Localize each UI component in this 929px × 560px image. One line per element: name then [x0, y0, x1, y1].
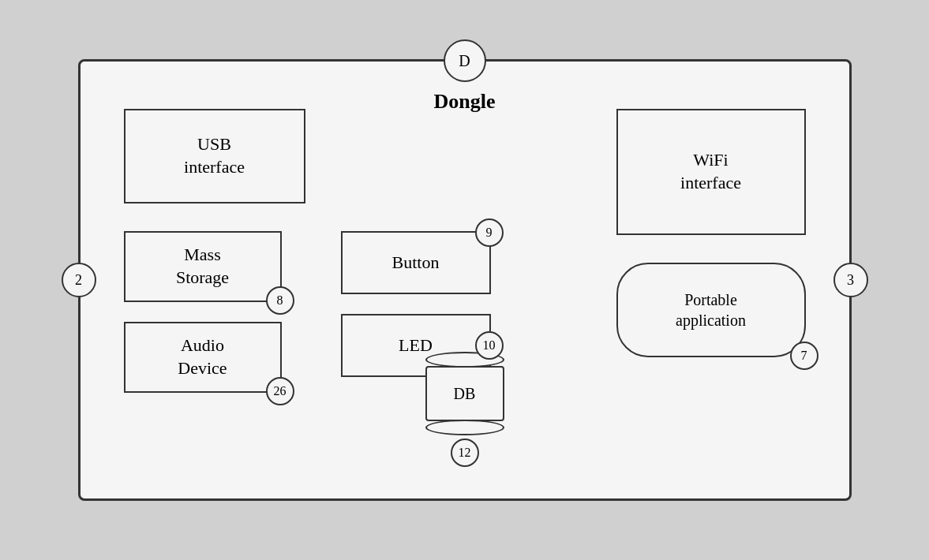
portable-application-badge: 7 — [790, 342, 818, 370]
db-box: DB — [425, 366, 504, 421]
dongle-circle-label: D — [459, 52, 470, 70]
button-box: Button 9 — [341, 231, 491, 294]
audio-device-label: AudioDevice — [178, 334, 227, 379]
circle-2: 2 — [62, 263, 96, 297]
portable-application-label: Portableapplication — [676, 289, 746, 330]
circle-2-label: 2 — [75, 272, 82, 289]
usb-interface-label: USBinterface — [184, 133, 245, 178]
db-bottom-ellipse — [425, 420, 504, 435]
mass-storage-label: MassStorage — [176, 244, 229, 289]
mass-storage-badge: 8 — [266, 286, 294, 315]
mass-storage-box: MassStorage 8 — [124, 231, 282, 302]
circle-3: 3 — [833, 263, 868, 297]
button-badge: 9 — [475, 218, 504, 247]
db-badge: 12 — [451, 439, 479, 467]
audio-device-box: AudioDevice 26 — [124, 322, 282, 393]
db-label: DB — [454, 385, 476, 403]
usb-interface-box: USBinterface — [124, 109, 305, 203]
dongle-circle: D — [444, 39, 486, 82]
wifi-interface-label: WiFiinterface — [680, 149, 741, 194]
circle-3-label: 3 — [847, 272, 854, 289]
button-label: Button — [392, 252, 440, 274]
diagram-container: D Dongle 2 3 USBinterface WiFiinterface … — [78, 59, 852, 501]
audio-device-badge: 26 — [266, 377, 294, 405]
db-container: DB 12 — [425, 352, 504, 467]
led-badge: 10 — [475, 331, 504, 360]
dongle-label: Dongle — [434, 90, 496, 114]
portable-application-box: Portableapplication 7 — [616, 263, 806, 357]
wifi-interface-box: WiFiinterface — [616, 109, 806, 235]
